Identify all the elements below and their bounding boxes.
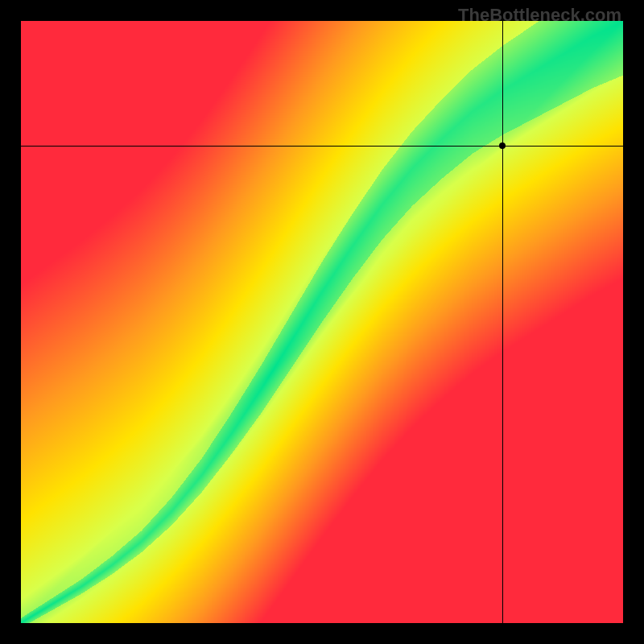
heatmap-plot <box>21 21 623 623</box>
crosshair-horizontal <box>21 146 623 147</box>
crosshair-vertical <box>502 21 503 623</box>
heatmap-canvas <box>21 21 623 623</box>
chart-container: TheBottleneck.com <box>0 0 644 644</box>
watermark-label: TheBottleneck.com <box>458 5 621 26</box>
marker-dot <box>499 142 506 149</box>
